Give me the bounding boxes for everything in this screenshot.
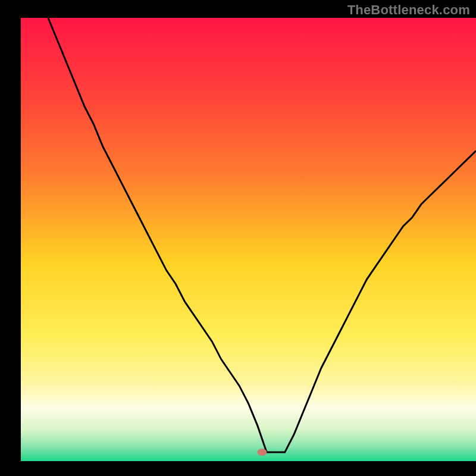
chart-container: { "watermark": "TheBottleneck.com", "cha… <box>0 0 476 476</box>
watermark-text: TheBottleneck.com <box>347 2 470 18</box>
optimal-marker <box>257 449 267 456</box>
bottleneck-chart <box>0 0 476 476</box>
plot-background <box>21 18 476 461</box>
